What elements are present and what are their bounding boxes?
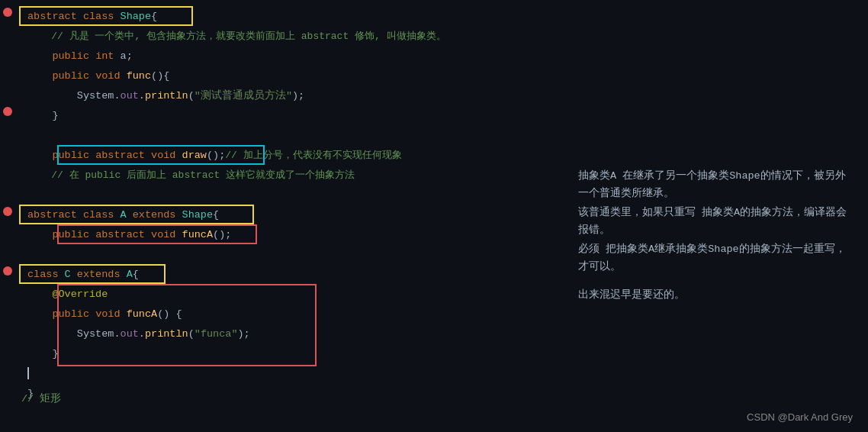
code-line-14: class C extends A{ (21, 264, 139, 284)
code-content: abstract class Shape{ // 凡是 一个类中, 包含抽象方法… (15, 0, 404, 432)
token-funcA-semi: (); (213, 229, 231, 240)
token-void-3: void (151, 229, 182, 240)
token-funcA-open: () { (157, 308, 182, 320)
token-println-1: println (145, 90, 188, 102)
code-line-19 (21, 363, 29, 383)
code-line-4: public void func(){ (21, 66, 169, 85)
annotation-line-2: 该普通类里，如果只重写 抽象类A的抽象方法，编译器会报错。 (578, 205, 853, 240)
code-line-2: // 凡是 一个类中, 包含抽象方法，就要改类前面加上 abstract 修饰,… (21, 26, 446, 46)
token-brace: { (151, 11, 157, 22)
token-comment-1: // 凡是 一个类中, 包含抽象方法，就要改类前面加上 abstract 修饰,… (27, 29, 446, 43)
token-void-4: void (95, 308, 127, 320)
token-system-1: System. (27, 90, 121, 102)
token-Shape: Shape (121, 11, 152, 22)
token-public-2: public (27, 70, 95, 82)
annotation-line-3: 必须 把抽象类A继承抽象类Shape的抽象方法一起重写，才可以。 (578, 241, 853, 276)
code-line-15: @Override (21, 284, 108, 304)
token-out-1: out (121, 90, 139, 102)
editor-gutter (0, 0, 15, 432)
token-func: func (127, 70, 151, 82)
token-public-5: public (27, 308, 95, 320)
token-close-brace-2: } (27, 348, 59, 359)
token-A-2: A (127, 269, 133, 280)
code-line-12: public abstract void funcA(); (21, 224, 231, 244)
token-funcA-2: funcA (127, 308, 158, 320)
code-line-8: public abstract void draw();// 加上分号，代表没有… (21, 145, 402, 165)
token-str-funca: "funca" (194, 328, 238, 340)
code-line-7 (21, 125, 27, 145)
annotation-line-1: 抽象类A 在继承了另一个抽象类Shape的情况下，被另外一个普通类所继承。 (578, 168, 853, 203)
token-rparen-2: ); (238, 328, 250, 340)
code-line-3: public int a; (21, 46, 133, 66)
watermark: CSDN @Dark And Grey (747, 411, 853, 423)
token-public-1: public (27, 50, 95, 62)
token-system-2: System. (27, 328, 121, 340)
token-brace-3: { (133, 269, 139, 280)
code-line-13 (21, 244, 27, 264)
code-line-18: } (21, 343, 59, 363)
token-int: int (95, 50, 120, 62)
code-editor: abstract class Shape{ // 凡是 一个类中, 包含抽象方法… (0, 0, 868, 432)
token-void-2: void (151, 150, 182, 161)
token-str-1: "测试普通成员方法" (194, 89, 292, 102)
token-abstract: abstract (27, 11, 83, 22)
code-line-10 (21, 185, 27, 205)
token-draw-parens: (); (207, 150, 225, 161)
token-lparen-2: ( (188, 328, 194, 340)
code-line-11: abstract class A extends Shape{ (21, 205, 219, 224)
token-comment-draw: // 加上分号，代表没有不实现任何现象 (225, 148, 401, 162)
token-public-4: public (27, 229, 95, 240)
breakpoint-4 (3, 266, 12, 276)
code-line-9: // 在 public 后面加上 abstract 这样它就变成了一个抽象方法 (21, 165, 355, 185)
token-close-brace-1: } (27, 110, 59, 121)
code-line-1: abstract class Shape{ (21, 6, 157, 26)
token-dot-1: . (139, 90, 145, 102)
token-funcA-1: funcA (182, 229, 214, 240)
token-C: C (65, 269, 77, 280)
token-class-3: class (27, 269, 65, 280)
token-comment-2: // 在 public 后面加上 abstract 这样它就变成了一个抽象方法 (27, 168, 355, 182)
token-extends-1: extends (133, 209, 182, 221)
token-Shape-2: Shape (182, 209, 214, 221)
token-println-2: println (145, 328, 188, 340)
bottom-comment: // 矩形 (21, 392, 61, 405)
token-abstract-1: abstract (95, 150, 151, 161)
token-extends-2: extends (77, 269, 127, 280)
token-lparen-1: ( (188, 90, 194, 102)
token-void-1: void (95, 70, 127, 82)
token-draw: draw (182, 150, 207, 161)
code-line-6: } (21, 105, 59, 125)
token-A: A (121, 209, 133, 221)
code-line-17: System.out.println("funca"); (21, 324, 250, 343)
token-a: a; (121, 50, 133, 62)
token-parens-1: (){ (151, 70, 169, 82)
annotation-panel: 抽象类A 在继承了另一个抽象类Shape的情况下，被另外一个普通类所继承。 该普… (578, 168, 853, 305)
breakpoint-1 (3, 8, 12, 17)
token-class-2: class (83, 209, 121, 221)
code-line-16: public void funcA() { (21, 304, 182, 324)
breakpoint-2 (3, 107, 12, 116)
text-cursor (27, 367, 29, 379)
code-line-5: System.out.println("测试普通成员方法"); (21, 85, 304, 105)
token-abstract-3: abstract (95, 229, 151, 240)
token-public-3: public (27, 150, 95, 161)
token-dot-2: . (139, 328, 145, 340)
token-abstract-2: abstract (27, 209, 83, 221)
token-rparen-1: ); (292, 90, 304, 102)
annotation-line-4: 出来混迟早是要还的。 (578, 287, 853, 305)
token-out-2: out (121, 328, 139, 340)
breakpoint-3 (3, 207, 12, 216)
token-class: class (83, 11, 121, 22)
token-override: @Override (27, 289, 108, 300)
token-brace-2: { (213, 209, 219, 221)
